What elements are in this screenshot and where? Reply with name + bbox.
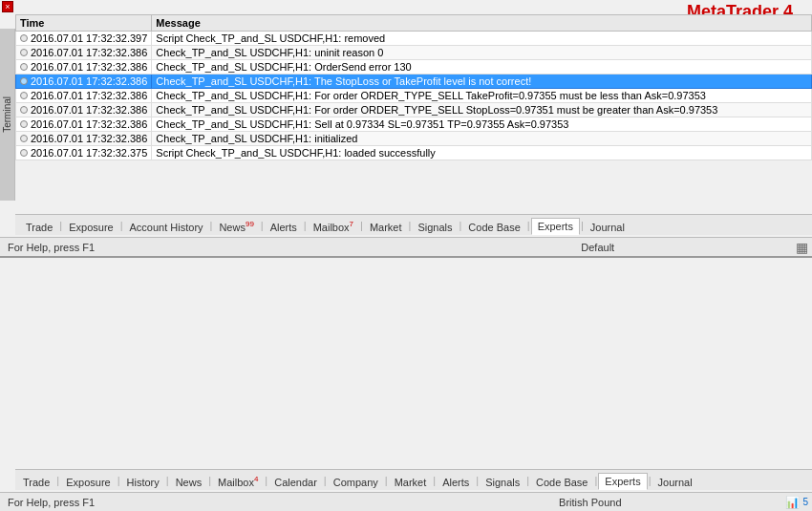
mt4-tab-news[interactable]: News99 <box>213 218 259 235</box>
mt4-indicator-dot <box>20 120 28 128</box>
mt4-cell-time: 2016.07.01 17:32:32.386 <box>16 117 152 132</box>
mt4-tab-code-base[interactable]: Code Base <box>462 220 525 235</box>
mt4-cell-msg: Check_TP_and_SL USDCHF,H1: OrderSend err… <box>152 60 812 75</box>
mt4-tab-signals[interactable]: Signals <box>412 220 458 235</box>
mt4-tab-experts[interactable]: Experts <box>531 218 580 235</box>
mt4-tab-account-history[interactable]: Account History <box>124 220 209 235</box>
tab-badge: 4 <box>254 475 258 483</box>
mt4-table-row[interactable]: 2016.07.01 17:32:32.386 Check_TP_and_SL … <box>16 75 812 89</box>
mt4-cell-time: 2016.07.01 17:32:32.386 <box>16 89 152 103</box>
mt4-indicator-dot <box>20 63 28 71</box>
mt4-cell-time: 2016.07.01 17:32:32.386 <box>16 46 152 60</box>
mt5-status-left: For Help, press F1 <box>0 497 398 508</box>
mt4-cell-msg: Check_TP_and_SL USDCHF,H1: For order ORD… <box>152 103 812 117</box>
mt5-tab-history[interactable]: History <box>121 475 165 490</box>
mt4-status-left: For Help, press F1 <box>0 242 404 253</box>
mt5-tab-calendar[interactable]: Calendar <box>268 475 323 490</box>
mt5-tab-company[interactable]: Company <box>328 475 384 490</box>
mt5-status-right: 📊 5 <box>781 496 812 509</box>
mt4-cell-time: 2016.07.01 17:32:32.397 <box>16 32 152 46</box>
mt4-cell-msg: Check_TP_and_SL USDCHF,H1: For order ORD… <box>152 89 812 103</box>
mt4-indicator-dot <box>20 106 28 114</box>
terminal-text: Terminal <box>2 96 12 133</box>
mt4-cell-time: 2016.07.01 17:32:32.375 <box>16 146 152 160</box>
mt4-close-button[interactable]: × <box>2 1 13 12</box>
mt4-table-row[interactable]: 2016.07.01 17:32:32.386 Check_TP_and_SL … <box>16 132 812 146</box>
mt4-indicator-dot <box>20 92 28 99</box>
mt4-indicator-dot <box>20 77 28 85</box>
mt5-tab-experts[interactable]: Experts <box>598 473 647 490</box>
mt4-indicator-dot <box>20 135 28 142</box>
mt4-tab-journal[interactable]: Journal <box>585 220 630 235</box>
mt5-tab-code-base[interactable]: Code Base <box>530 475 593 490</box>
mt5-tab-news[interactable]: News <box>170 475 208 490</box>
mt4-cell-msg: Check_TP_and_SL USDCHF,H1: uninit reason… <box>152 46 812 60</box>
mt5-panel: × MetaTrader 5 Toolbox Time Source Messa… <box>0 258 812 511</box>
mt5-tab-market[interactable]: Market <box>389 475 433 490</box>
mt4-tab-exposure[interactable]: Exposure <box>63 220 118 235</box>
terminal-label: Terminal <box>0 29 15 201</box>
mt4-cell-time: 2016.07.01 17:32:32.386 <box>16 103 152 117</box>
mt4-status-right: ▦ <box>792 240 812 255</box>
mt4-table-row[interactable]: 2016.07.01 17:32:32.386 Check_TP_and_SL … <box>16 60 812 75</box>
mt4-cell-time: 2016.07.01 17:32:32.386 <box>16 60 152 75</box>
tab-badge: 99 <box>246 220 254 228</box>
mt4-indicator-dot <box>20 34 28 42</box>
mt5-tab-alerts[interactable]: Alerts <box>437 475 475 490</box>
mt4-panel: × MetaTrader 4 Terminal Time Message 201… <box>0 0 812 258</box>
mt4-log-table: Time Message 2016.07.01 17:32:32.397 Scr… <box>15 14 812 160</box>
mt4-table-row[interactable]: 2016.07.01 17:32:32.397 Script Check_TP_… <box>16 32 812 46</box>
mt4-indicator-dot <box>20 149 28 157</box>
mt5-status-bar: For Help, press F1 British Pound 📊 5 <box>0 492 812 511</box>
mt5-tabs-bar: Trade|Exposure|History|News|Mailbox4|Cal… <box>15 469 812 490</box>
mt4-col-time: Time <box>16 15 152 32</box>
mt5-tab-exposure[interactable]: Exposure <box>60 475 116 490</box>
mt5-chart-icon: 📊 <box>785 496 800 509</box>
mt5-tab-signals[interactable]: Signals <box>480 475 525 490</box>
mt4-table-row[interactable]: 2016.07.01 17:32:32.386 Check_TP_and_SL … <box>16 89 812 103</box>
mt4-cell-msg: Check_TP_and_SL USDCHF,H1: The StopLoss … <box>152 75 812 89</box>
mt4-tab-market[interactable]: Market <box>364 220 408 235</box>
mt4-cell-msg: Check_TP_and_SL USDCHF,H1: Sell at 0.973… <box>152 117 812 132</box>
mt5-tab-trade[interactable]: Trade <box>17 475 55 490</box>
mt4-tab-trade[interactable]: Trade <box>20 220 58 235</box>
mt4-tabs-bar: Trade|Exposure|Account History|News99|Al… <box>15 214 812 235</box>
mt4-status-bar: For Help, press F1 Default ▦ <box>0 237 812 256</box>
mt4-tab-alerts[interactable]: Alerts <box>265 220 303 235</box>
mt4-table-row[interactable]: 2016.07.01 17:32:32.375 Script Check_TP_… <box>16 146 812 160</box>
mt5-signal-icon: 5 <box>802 497 808 507</box>
mt5-status-center: British Pound <box>398 497 781 508</box>
mt4-indicator-dot <box>20 49 28 56</box>
mt4-tab-mailbox[interactable]: Mailbox7 <box>308 218 359 235</box>
mt4-table-row[interactable]: 2016.07.01 17:32:32.386 Check_TP_and_SL … <box>16 117 812 132</box>
mt4-cell-msg: Script Check_TP_and_SL USDCHF,H1: remove… <box>152 32 812 46</box>
mt5-tab-journal[interactable]: Journal <box>652 475 698 490</box>
mt4-cell-time: 2016.07.01 17:32:32.386 <box>16 75 152 89</box>
mt4-col-msg: Message <box>152 15 812 32</box>
mt4-table-row[interactable]: 2016.07.01 17:32:32.386 Check_TP_and_SL … <box>16 103 812 117</box>
mt4-cell-time: 2016.07.01 17:32:32.386 <box>16 132 152 146</box>
mt4-cell-msg: Script Check_TP_and_SL USDCHF,H1: loaded… <box>152 146 812 160</box>
mt4-status-center: Default <box>404 242 793 253</box>
tab-badge: 7 <box>350 220 353 228</box>
mt4-table-row[interactable]: 2016.07.01 17:32:32.386 Check_TP_and_SL … <box>16 46 812 60</box>
mt5-tab-mailbox[interactable]: Mailbox4 <box>212 473 264 490</box>
mt4-table-container: Time Message 2016.07.01 17:32:32.397 Scr… <box>15 14 812 220</box>
mt4-grid-icon: ▦ <box>796 240 808 255</box>
mt4-cell-msg: Check_TP_and_SL USDCHF,H1: initialized <box>152 132 812 146</box>
